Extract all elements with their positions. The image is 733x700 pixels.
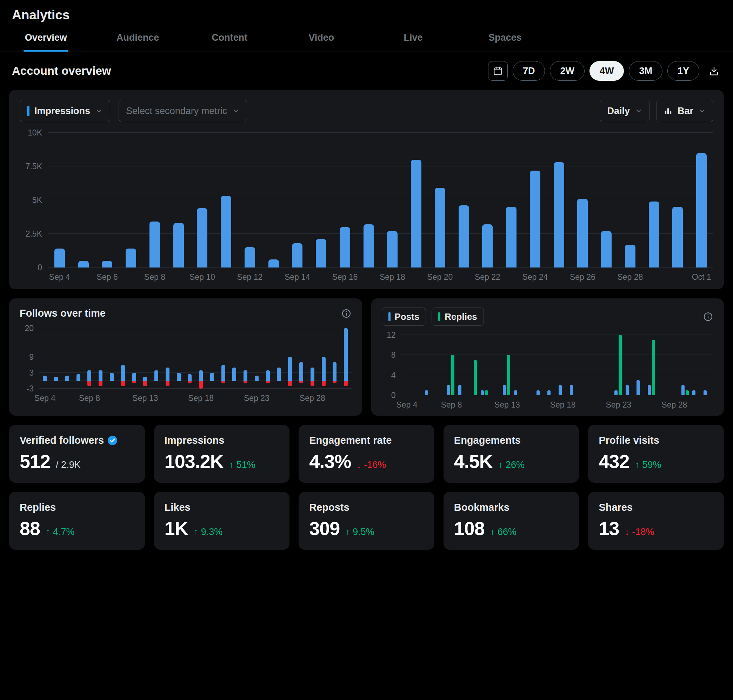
posts-color-swatch <box>388 312 391 321</box>
secondary-metric-dropdown[interactable]: Select secondary metric <box>119 100 247 122</box>
primary-metric-label: Impressions <box>34 106 90 116</box>
calendar-button[interactable] <box>488 61 508 81</box>
x-axis-label: Sep 28 <box>661 400 687 410</box>
chart-bar <box>166 381 169 386</box>
chart-bar <box>310 368 314 381</box>
chart-bar <box>503 385 506 395</box>
chart-bar <box>98 371 103 381</box>
range-1y-button[interactable]: 1Y <box>667 61 699 81</box>
y-axis-label: 4 <box>391 371 396 379</box>
range-7d-button[interactable]: 7D <box>513 61 545 81</box>
y-axis-label: 0 <box>391 391 396 400</box>
stat-card-engagements: Engagements4.5K↑ 26% <box>444 425 579 483</box>
stat-label: Bookmarks <box>454 501 510 513</box>
chart-bar <box>150 222 160 268</box>
chart-column <box>646 335 658 395</box>
chart-bar <box>481 390 484 395</box>
chart-bar <box>132 373 136 381</box>
chart-bar <box>110 373 114 381</box>
chart-bar <box>177 373 181 381</box>
stat-label: Engagements <box>454 435 521 446</box>
stat-delta: ↑ 9.5% <box>345 526 375 537</box>
chart-bar <box>222 365 225 381</box>
chart-bar <box>601 231 612 268</box>
chart-bar <box>166 368 169 381</box>
x-axis-label: Sep 28 <box>617 272 643 282</box>
chart-column <box>167 133 191 268</box>
chart-column <box>151 328 162 388</box>
chevron-down-icon <box>232 107 239 115</box>
chart-column <box>143 133 167 268</box>
replies-color-swatch <box>438 312 441 321</box>
tab-label: Video <box>308 32 334 43</box>
stat-delta: ↑ 4.7% <box>46 526 75 537</box>
bar-chart-icon <box>664 106 673 116</box>
stat-label: Likes <box>165 501 191 513</box>
x-axis-label: Sep 18 <box>188 394 214 403</box>
chart-column <box>691 335 702 395</box>
legend-posts-toggle[interactable]: Posts <box>382 307 426 326</box>
legend-label: Replies <box>445 312 477 322</box>
legend-replies-toggle[interactable]: Replies <box>432 307 484 326</box>
chart-bar <box>244 371 247 381</box>
chart-column <box>73 328 84 388</box>
x-axis-label: Sep 28 <box>300 394 325 403</box>
range-4w-button[interactable]: 4W <box>589 61 624 81</box>
chart-bar <box>266 371 270 381</box>
chart-column <box>240 328 251 388</box>
x-axis-label: Oct 1 <box>692 272 711 282</box>
chevron-down-icon <box>95 107 103 115</box>
tab-overview[interactable]: Overview <box>0 25 92 51</box>
interval-dropdown[interactable]: Daily <box>600 100 650 122</box>
chart-bar <box>506 207 517 268</box>
chart-bar <box>316 239 326 268</box>
download-button[interactable] <box>704 61 724 81</box>
chart-column <box>404 133 428 268</box>
chart-bar <box>554 162 564 268</box>
tab-content[interactable]: Content <box>184 25 275 51</box>
tab-audience[interactable]: Audience <box>92 25 184 51</box>
tab-live[interactable]: Live <box>367 25 459 51</box>
chart-column <box>428 133 452 268</box>
stat-value: 1K <box>165 518 188 539</box>
chart-column <box>195 328 207 388</box>
y-axis: 02.5K5K7.5K10K <box>20 133 48 268</box>
x-axis-label: Sep 13 <box>132 394 158 403</box>
chart-column <box>84 328 95 388</box>
chart-bar <box>143 377 147 381</box>
tab-label: Live <box>404 32 423 43</box>
chart-bar <box>126 249 136 268</box>
chart-bar <box>132 381 136 383</box>
chart-column <box>39 328 50 388</box>
follows-info-button[interactable] <box>341 308 352 319</box>
chart-bar <box>269 259 279 268</box>
chart-bar <box>65 376 69 381</box>
chart-column <box>547 133 571 268</box>
chart-type-dropdown[interactable]: Bar <box>656 100 713 122</box>
range-3m-button[interactable]: 3M <box>629 61 662 81</box>
chart-bar <box>474 360 477 395</box>
chart-column <box>357 133 381 268</box>
chart-column <box>491 335 502 395</box>
plot-area <box>39 328 352 388</box>
chart-bar <box>547 390 551 395</box>
chart-bar <box>704 390 707 395</box>
chart-bar <box>577 199 588 268</box>
chart-column <box>524 335 535 395</box>
posts-info-button[interactable] <box>703 312 713 322</box>
tab-spaces[interactable]: Spaces <box>459 25 551 51</box>
stat-delta: ↑ 26% <box>498 460 524 471</box>
chart-bar <box>255 376 259 381</box>
chart-bar <box>333 381 336 383</box>
chart-bar <box>299 362 303 381</box>
chart-bar <box>626 385 629 395</box>
chart-column <box>95 328 106 388</box>
stat-value: 512 <box>20 450 50 472</box>
chart-column <box>140 328 151 388</box>
range-2w-button[interactable]: 2W <box>550 61 585 81</box>
chart-bar <box>618 335 622 395</box>
chart-bar <box>322 357 326 381</box>
tab-video[interactable]: Video <box>275 25 367 51</box>
primary-metric-dropdown[interactable]: Impressions <box>20 100 110 122</box>
chart-column <box>401 335 413 395</box>
